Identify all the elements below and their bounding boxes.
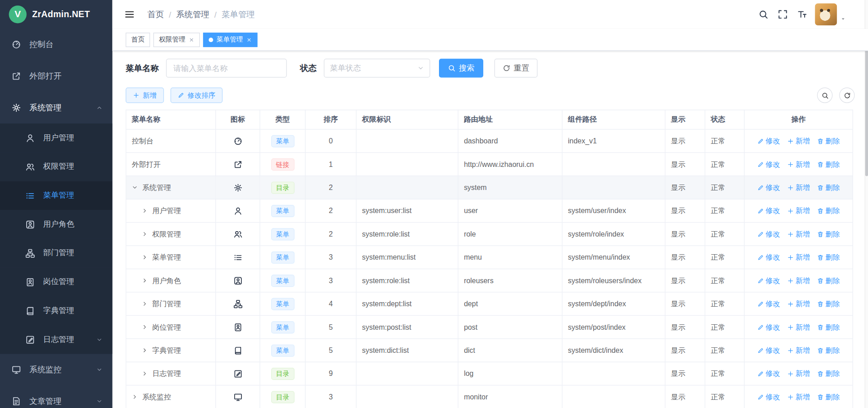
edit-action[interactable]: 修改 [757,369,780,379]
sidebar-toggle-icon[interactable] [124,9,135,20]
expand-row-icon[interactable] [142,324,147,330]
sidebar-item-dept-manage[interactable]: 部门管理 [0,239,113,268]
edit-action[interactable]: 修改 [757,159,780,169]
table-row[interactable]: 菜单管理菜单3system:menu:listmenusystem/menu/i… [126,246,853,269]
edit-action[interactable]: 修改 [757,275,780,285]
actions-cell: 修改新增删除 [744,269,853,292]
trash-icon [817,300,824,307]
table-search-button[interactable] [817,87,832,103]
edit-action[interactable]: 修改 [757,136,780,146]
search-button[interactable]: 搜索 [439,59,483,78]
table-row[interactable]: 用户管理菜单2system:user:listusersystem/user/i… [126,199,853,222]
edit-action[interactable]: 修改 [757,299,780,309]
sidebar-item-role-manage[interactable]: 权限管理 [0,152,113,181]
table-row[interactable]: 系统监控目录3monitor显示正常修改新增删除 [126,385,853,408]
sidebar-item-user-manage[interactable]: 用户管理 [0,123,113,152]
edit-action[interactable]: 修改 [757,322,780,332]
breadcrumb-item[interactable]: 首页 [147,9,164,19]
reset-button[interactable]: 重置 [494,59,538,78]
edit-action[interactable]: 修改 [757,252,780,262]
table-row[interactable]: 字典管理菜单5system:dict:listdictsystem/dict/i… [126,339,853,362]
delete-action[interactable]: 删除 [817,299,840,309]
avatar[interactable] [815,3,837,25]
add-action[interactable]: 新增 [787,392,810,402]
table-row[interactable]: 部门管理菜单4system:dept:listdeptsystem/dept/i… [126,292,853,315]
sidebar-item-user-role[interactable]: 用户角色 [0,210,113,239]
add-action[interactable]: 新增 [787,299,810,309]
edit-action[interactable]: 修改 [757,392,780,402]
sidebar-item-menu-manage[interactable]: 菜单管理 [0,181,113,210]
table-row[interactable]: 控制台菜单0dashboardindex_v1显示正常修改新增删除 [126,129,853,152]
expand-row-icon[interactable] [142,208,147,213]
add-button[interactable]: 新增 [126,87,164,103]
table-row[interactable]: 系统管理目录2system显示正常修改新增删除 [126,176,853,199]
sidebar-item-log-manage[interactable]: 日志管理 [0,325,113,354]
delete-action[interactable]: 删除 [817,182,840,192]
avatar-caret-icon[interactable] [840,16,846,22]
edit-action[interactable]: 修改 [757,229,780,239]
close-icon[interactable] [189,37,194,42]
expand-row-icon[interactable] [142,370,147,376]
sidebar-item-external-open[interactable]: 外部打开 [0,60,113,92]
add-action[interactable]: 新增 [787,159,810,169]
app-logo[interactable]: V ZrAdmin.NET [0,0,113,29]
table-row[interactable]: 外部打开链接1http://www.izhaorui.cn显示正常修改新增删除 [126,152,853,176]
sidebar-item-system-manage[interactable]: 系统管理 [0,92,113,123]
collapse-row-icon[interactable] [132,185,137,190]
delete-action[interactable]: 删除 [817,369,840,379]
expand-row-icon[interactable] [142,301,147,307]
delete-action[interactable]: 删除 [817,252,840,262]
delete-action[interactable]: 删除 [817,206,840,216]
expand-row-icon[interactable] [142,347,147,353]
add-action[interactable]: 新增 [787,322,810,332]
edit-action[interactable]: 修改 [757,206,780,216]
scrollbar-thumb[interactable] [865,32,868,176]
add-action[interactable]: 新增 [787,182,810,192]
sidebar-item-post-manage[interactable]: 岗位管理 [0,267,113,296]
expand-row-icon[interactable] [142,231,147,237]
breadcrumb-item[interactable]: 系统管理 [176,9,209,19]
sidebar-item-console[interactable]: 控制台 [0,29,113,61]
table-row[interactable]: 岗位管理菜单5system:post:listpostsystem/post/i… [126,315,853,338]
add-action[interactable]: 新增 [787,136,810,146]
sidebar-item-dict-manage[interactable]: 字典管理 [0,296,113,325]
column-header: 菜单名称 [126,110,216,129]
status-select[interactable]: 菜单状态 [324,59,430,78]
add-action[interactable]: 新增 [787,206,810,216]
expand-row-icon[interactable] [142,277,147,283]
add-action[interactable]: 新增 [787,252,810,262]
table-refresh-button[interactable] [839,87,854,103]
edit-action[interactable]: 修改 [757,182,780,192]
delete-action[interactable]: 删除 [817,159,840,169]
scrollbar[interactable] [865,0,868,408]
tab-menu-manage[interactable]: 菜单管理 [203,33,257,47]
search-icon[interactable] [759,9,769,19]
font-size-icon[interactable] [797,9,807,19]
close-icon[interactable] [246,37,252,42]
add-action[interactable]: 新增 [787,275,810,285]
menu-name-input[interactable] [166,59,287,78]
edit-action[interactable]: 修改 [757,345,780,355]
add-action[interactable]: 新增 [787,345,810,355]
delete-action[interactable]: 删除 [817,136,840,146]
sidebar-item-system-monitor[interactable]: 系统监控 [0,354,113,385]
expand-row-icon[interactable] [132,394,137,400]
add-action[interactable]: 新增 [787,229,810,239]
tab-home[interactable]: 首页 [126,33,150,47]
tab-role-manage[interactable]: 权限管理 [153,33,200,47]
expand-row-icon[interactable] [142,254,147,260]
table-row[interactable]: 日志管理目录9log显示正常修改新增删除 [126,362,853,385]
sidebar-item-article-manage[interactable]: 文章管理 [0,385,113,408]
add-action[interactable]: 新增 [787,369,810,379]
menu-order-cell: 2 [305,199,356,222]
sort-button[interactable]: 修改排序 [170,87,222,103]
table-row[interactable]: 权限管理菜单2system:role:listrolesystem/role/i… [126,223,853,246]
delete-action[interactable]: 删除 [817,322,840,332]
table-row[interactable]: 用户角色菜单3system:role:listroleuserssystem/r… [126,269,853,292]
action-label: 删除 [826,275,840,285]
delete-action[interactable]: 删除 [817,345,840,355]
delete-action[interactable]: 删除 [817,275,840,285]
fullscreen-icon[interactable] [778,9,788,19]
delete-action[interactable]: 删除 [817,229,840,239]
delete-action[interactable]: 删除 [817,392,840,402]
